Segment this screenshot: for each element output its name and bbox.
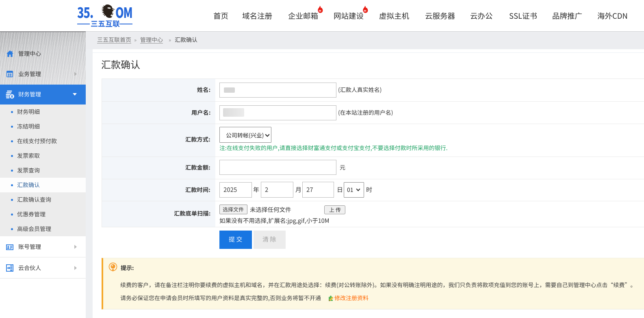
svg-text:H: H (364, 9, 366, 13)
svg-text:H: H (319, 9, 321, 13)
